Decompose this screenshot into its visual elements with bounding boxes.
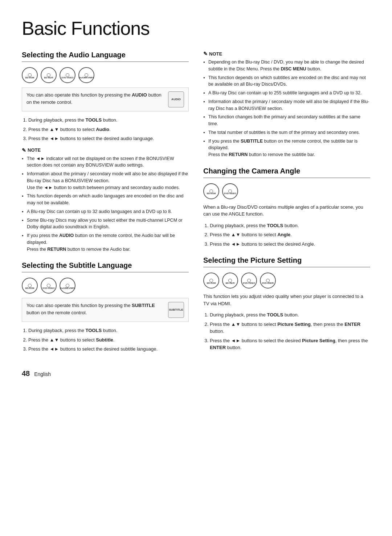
sub-note-item-5: This function changes both the primary a… [203, 114, 370, 127]
subtitle-info-text: You can also operate this function by pr… [26, 302, 164, 316]
picture-step-2: Press the ▲▼ buttons to select Picture S… [210, 321, 370, 335]
picture-step-1: During playback, press the TOOLS button. [210, 311, 370, 319]
camera-step-2: Press the ▲▼ buttons to select Angle. [210, 231, 370, 238]
camera-angle-steps: During playback, press the TOOLS button.… [210, 222, 370, 248]
cam-disc-icon-bd-rom: BD-ROM [203, 183, 219, 199]
audio-note-item-2: Information about the primary / secondar… [22, 171, 189, 191]
audio-note-item-5: Some Blu-ray Discs may allow you to sele… [22, 217, 189, 231]
audio-note-item-1: The ◄► indicator will not be displayed o… [22, 155, 189, 169]
sub-note-item-2: This function depends on which subtitles… [203, 74, 370, 88]
picture-setting-intro: This function lets you adjust video qual… [203, 293, 370, 307]
note-pencil-icon-2: ✎ [203, 51, 208, 57]
subtitle-remote-button: SUBTITLE [168, 302, 184, 318]
picture-setting-steps: During playback, press the TOOLS button.… [210, 311, 370, 351]
page-title: Basic Functions [22, 17, 370, 39]
audio-step-2: Press the ▲▼ buttons to select Audio. [28, 126, 189, 133]
sub-disc-icon-bd-rom: BD-ROM [22, 278, 38, 294]
camera-angle-title: Changing the Camera Angle [203, 167, 370, 178]
subtitle-note-title: ✎ NOTE [203, 51, 370, 57]
audio-language-title: Selecting the Audio Language [22, 51, 189, 62]
sub-disc-icon-dvd-video: DVD-VIDEO [41, 278, 57, 294]
picture-step-3: Press the ◄► buttons to select the desir… [210, 337, 370, 351]
audio-step-1: During playback, press the TOOLS button. [28, 116, 189, 124]
disc-icon-divx: DivX/MKV/MP4 [78, 67, 94, 83]
pic-disc-icon-bd-rer: BD-RE/R [222, 273, 238, 289]
camera-step-3: Press the ◄► buttons to select the desir… [210, 241, 370, 248]
audio-info-text: You can also operate this function by pr… [26, 91, 164, 106]
subtitle-steps: During playback, press the TOOLS button.… [28, 327, 189, 353]
section-subtitle-language: Selecting the Subtitle Language BD-ROM D… [22, 261, 189, 353]
page-footer: 48 English [22, 369, 370, 378]
audio-note-list: The ◄► indicator will not be displayed o… [22, 155, 189, 253]
camera-step-1: During playback, press the TOOLS button. [210, 222, 370, 229]
camera-disc-icons: BD-ROM DVD-VIDEO [203, 183, 370, 199]
subtitle-language-title: Selecting the Subtitle Language [22, 261, 189, 273]
pic-disc-icon-dvd-video: DVD-VIDEO [241, 273, 257, 289]
audio-note-title: ✎ NOTE [22, 147, 189, 153]
page-number: 48 [22, 369, 30, 377]
sub-note-item-4: Information about the primary / secondar… [203, 98, 370, 112]
sub-note-item-6: The total number of subtitles is the sum… [203, 129, 370, 136]
audio-disc-icons: BD-ROM BD-RE/R DVD-VIDEO DivX/MKV/MP4 [22, 67, 189, 83]
cam-disc-icon-dvd-video: DVD-VIDEO [222, 183, 238, 199]
note-pencil-icon: ✎ [22, 147, 26, 153]
audio-note-item-3: This function depends on which audio lan… [22, 193, 189, 206]
camera-angle-intro: When a Blu-ray Disc/DVD contains multipl… [203, 204, 370, 218]
sub-note-item-3: A Blu-ray Disc can contain up to 255 sub… [203, 90, 370, 97]
disc-icon-bd-rom: BD-ROM [22, 67, 38, 83]
disc-icon-bd-rer: BD-RE/R [41, 67, 57, 83]
picture-setting-title: Selecting the Picture Setting [203, 256, 370, 267]
sub-note-item-7: If you press the SUBTITLE button on the … [203, 138, 370, 158]
subtitle-note-list: Depending on the Blu-ray Disc / DVD, you… [203, 59, 370, 158]
subtitle-disc-icons: BD-ROM DVD-VIDEO DivX/MKV/MP4 [22, 278, 189, 294]
section-picture-setting: Selecting the Picture Setting BD-ROM BD-… [203, 256, 370, 351]
audio-info-box: You can also operate this function by pr… [22, 87, 189, 111]
audio-note-item-4: A Blu-ray Disc can contain up to 32 audi… [22, 208, 189, 215]
disc-icon-dvd-video: DVD-VIDEO [60, 67, 75, 83]
sub-note-item-1: Depending on the Blu-ray Disc / DVD, you… [203, 59, 370, 73]
audio-note: ✎ NOTE The ◄► indicator will not be disp… [22, 147, 189, 253]
pic-disc-icon-bd-rom: BD-ROM [203, 273, 219, 289]
audio-step-3: Press the ◄► buttons to select the desir… [28, 135, 189, 142]
picture-disc-icons: BD-ROM BD-RE/R DVD-VIDEO DVD+RW/R [203, 273, 370, 289]
page-language: English [34, 371, 51, 377]
sub-disc-icon-divx: DivX/MKV/MP4 [60, 278, 75, 294]
right-column: ✎ NOTE Depending on the Blu-ray Disc / D… [203, 51, 370, 358]
section-audio-language: Selecting the Audio Language BD-ROM BD-R… [22, 51, 189, 253]
audio-remote-button: AUDIO [168, 91, 184, 107]
audio-steps: During playback, press the TOOLS button.… [28, 116, 189, 142]
audio-note-item-6: If you press the AUDIO button on the rem… [22, 232, 189, 253]
subtitle-info-box: You can also operate this function by pr… [22, 298, 189, 322]
section-camera-angle: Changing the Camera Angle BD-ROM DVD-VID… [203, 167, 370, 248]
subtitle-note: ✎ NOTE Depending on the Blu-ray Disc / D… [203, 51, 370, 158]
subtitle-step-2: Press the ▲▼ buttons to select Subtitle. [28, 336, 189, 344]
subtitle-step-3: Press the ◄► buttons to select the desir… [28, 345, 189, 353]
left-column: Selecting the Audio Language BD-ROM BD-R… [22, 51, 189, 358]
pic-disc-icon-dvdrw: DVD+RW/R [260, 273, 276, 289]
subtitle-step-1: During playback, press the TOOLS button. [28, 327, 189, 334]
